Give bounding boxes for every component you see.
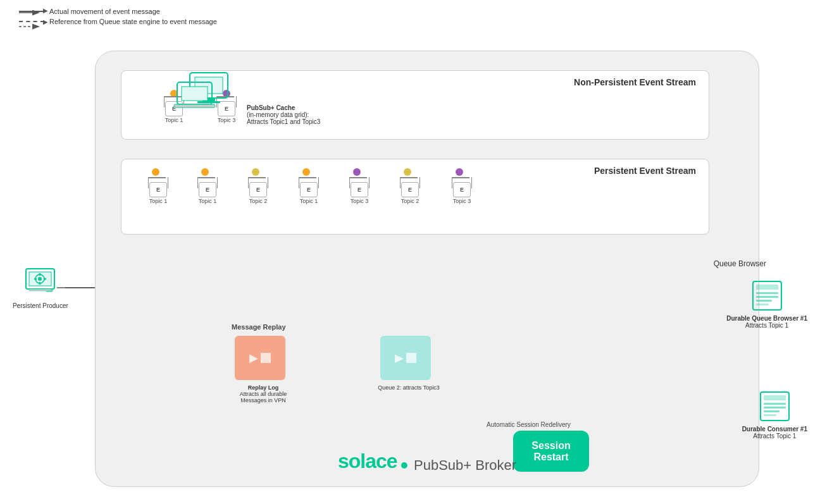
producer-label: Persistent Producer [13,302,68,309]
p-event-4: E Topic 1 [297,171,320,204]
consumer-icon [757,389,792,424]
legend-solid: Actual movement of event message [19,8,217,15]
broker-label: PubSub+ Broker [414,457,516,473]
session-restart-box: SessionRestart [513,431,589,472]
svg-rect-40 [39,282,41,285]
pubsub-cache [171,63,247,123]
svg-rect-46 [756,285,778,290]
svg-rect-50 [756,304,769,305]
message-replay-label: Message Replay [232,323,286,331]
svg-rect-31 [197,101,220,103]
p-stream-label: Persistent Event Stream [594,166,696,176]
producer-icon [23,266,58,300]
solace-name: solace [338,450,397,472]
svg-rect-49 [756,300,772,302]
svg-rect-42 [44,278,46,280]
legend-dashed: Reference from Queue state engine to eve… [19,18,217,25]
queue2-box: ▶ [380,336,431,380]
replay-log-label: Replay Log Attracts all durable Messages… [222,384,304,403]
queue2-label: Queue 2: attracts Topic3 [368,384,450,391]
pubsub-cache-label: PubSub+ Cache (in-memory data grid): Att… [247,104,320,125]
legend: Actual movement of event message Referen… [19,8,217,28]
svg-rect-53 [764,403,786,405]
cache-computers-icon [171,63,247,120]
svg-rect-33 [182,87,208,101]
svg-rect-47 [756,292,778,294]
svg-rect-52 [764,395,786,400]
p-event-5: E Topic 3 [348,171,371,204]
dq-browser-subtitle: Attracts Topic 1 [745,322,788,329]
replay-log-box: ▶ [235,336,285,380]
dc-title: Durable Consumer #1 [742,426,807,433]
dc-subtitle: Attracts Topic 1 [753,433,796,439]
dq-browser-title: Durable Queue Browser #1 [726,315,807,322]
svg-rect-55 [764,410,780,412]
solace-branding: solace PubSub+ Broker [338,450,516,474]
session-restart-label: SessionRestart [531,440,570,463]
queue-browser-title: Queue Browser [714,259,766,268]
durable-consumer: Durable Consumer #1 Attracts Topic 1 [742,389,807,439]
solid-line-icon [19,11,44,12]
p-event-3: E Topic 2 [247,171,270,204]
p-event-2: E Topic 1 [196,171,219,204]
svg-rect-48 [756,296,778,298]
queue-browser-icon [750,278,785,313]
svg-rect-44 [29,289,51,291]
svg-rect-56 [764,414,776,416]
svg-rect-34 [174,104,215,108]
dashed-line-icon [19,21,44,22]
svg-point-38 [38,277,42,281]
np-stream-label: Non-Persistent Event Stream [574,77,696,87]
persistent-stream: Persistent Event Stream E Topic 1 E Topi… [121,159,709,235]
svg-rect-41 [34,278,37,280]
auto-session-label: Automatic Session Redelivery [487,421,571,428]
persistent-producer: Persistent Producer [13,266,68,309]
svg-rect-39 [39,273,41,276]
solace-dot-icon [401,462,407,469]
p-event-7: E Topic 3 [450,171,473,204]
p-event-6: E Topic 2 [399,171,421,204]
durable-queue-browser: Durable Queue Browser #1 Attracts Topic … [726,278,807,329]
svg-rect-54 [764,407,786,409]
p-event-1: E Topic 1 [147,171,170,204]
